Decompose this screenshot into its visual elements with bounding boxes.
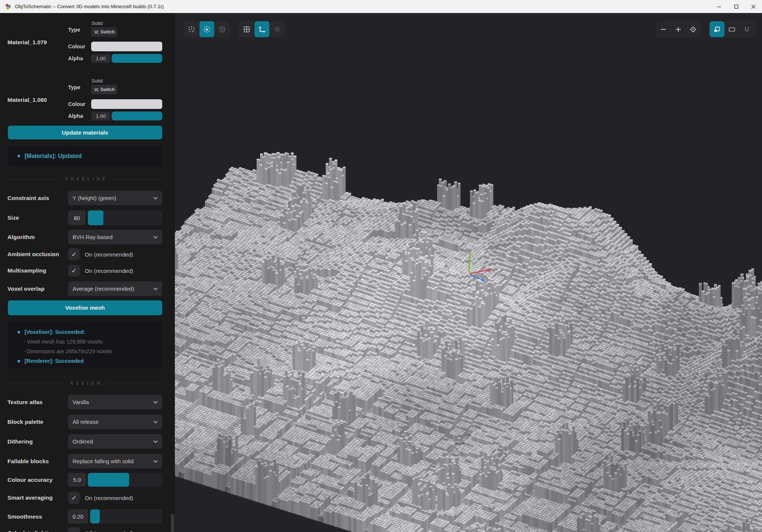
algorithm-label: Algorithm bbox=[7, 234, 35, 241]
toggle-grid-button[interactable] bbox=[239, 21, 254, 37]
texture-atlas-select[interactable]: Vanilla bbox=[68, 395, 162, 409]
calculate-lighting-label: Calculate lighting bbox=[7, 530, 55, 532]
block-palette-value: All release bbox=[73, 419, 99, 425]
multisampling-value: On (recommended) bbox=[85, 268, 133, 274]
smart-averaging-value: On (recommended) bbox=[85, 495, 133, 501]
checkmark-icon: ✓ bbox=[71, 267, 77, 275]
material-alpha-value[interactable]: 1.00 bbox=[91, 54, 111, 63]
smart-averaging-checkbox[interactable]: ✓ bbox=[68, 492, 80, 504]
smoothness-label: Smoothness bbox=[7, 513, 42, 520]
chevron-down-icon bbox=[153, 195, 157, 199]
material-colour-swatch[interactable] bbox=[91, 42, 162, 51]
material-type-label: Type bbox=[68, 27, 80, 33]
shuffle-icon bbox=[94, 30, 99, 34]
section-title: ASSIGN bbox=[70, 381, 103, 386]
ambient-occlusion-checkbox[interactable]: ✓ bbox=[68, 248, 80, 260]
view-block-mesh-button[interactable] bbox=[215, 21, 230, 37]
fallable-blocks-select[interactable]: Replace falling with solid bbox=[68, 454, 162, 468]
fallable-blocks-label: Fallable blocks bbox=[7, 458, 49, 465]
voxel-overlap-value: Average (recommended) bbox=[73, 286, 134, 292]
perspective-camera-icon bbox=[713, 26, 721, 33]
maximize-button[interactable] bbox=[728, 0, 745, 13]
zoom-out-button[interactable] bbox=[656, 21, 671, 37]
zoom-in-plus-icon bbox=[675, 26, 682, 33]
calculate-lighting-value: Off (recommended) bbox=[85, 530, 133, 532]
material-alpha-value[interactable]: 1.00 bbox=[91, 112, 111, 120]
sidebar-scrollbar-thumb[interactable] bbox=[171, 514, 174, 532]
view-mesh-button[interactable] bbox=[184, 21, 199, 37]
camera-toolbar-group bbox=[710, 21, 756, 37]
voxeliser-status-box: [Voxeliser]: Succeeded: - Voxel mesh has… bbox=[8, 321, 162, 369]
toggle-night-vision-button[interactable] bbox=[270, 21, 285, 37]
texture-atlas-label: Texture atlas bbox=[7, 399, 42, 406]
colour-accuracy-label: Colour accuracy bbox=[7, 477, 52, 483]
materials-status-text: [Materials]: Updated bbox=[25, 153, 82, 159]
smoothness-slider[interactable] bbox=[90, 509, 162, 523]
orthographic-camera-button[interactable] bbox=[724, 21, 739, 37]
viewport-3d[interactable] bbox=[175, 13, 762, 532]
grid-icon bbox=[243, 26, 250, 33]
calculate-lighting-checkbox[interactable] bbox=[68, 527, 80, 532]
material-colour-swatch[interactable] bbox=[91, 99, 162, 109]
voxel-overlap-select[interactable]: Average (recommended) bbox=[68, 281, 162, 296]
voxel-count-text: - Voxel mesh has 129,856 voxels bbox=[8, 337, 162, 346]
checkmark-icon: ✓ bbox=[71, 494, 77, 502]
material-type-value: Solid bbox=[92, 78, 103, 84]
renderer-status-title: [Renderer]: Succeeded bbox=[25, 358, 84, 364]
orthographic-camera-icon bbox=[728, 26, 736, 33]
material-name: Material_1.080 bbox=[7, 97, 47, 103]
status-bullet-icon bbox=[17, 155, 20, 157]
update-materials-button[interactable]: Update materials bbox=[8, 126, 162, 139]
material-alpha-slider[interactable] bbox=[112, 54, 162, 63]
axes-icon bbox=[258, 26, 266, 33]
multisampling-checkbox[interactable]: ✓ bbox=[68, 265, 80, 277]
constraint-axis-select[interactable]: Y (height) (green) bbox=[68, 191, 162, 205]
chevron-down-icon bbox=[153, 458, 157, 462]
shuffle-icon bbox=[94, 88, 99, 92]
colour-accuracy-slider[interactable] bbox=[88, 473, 162, 487]
colour-accuracy-value[interactable]: 5.0 bbox=[68, 473, 86, 487]
material-type-switch-button[interactable]: Switch bbox=[91, 85, 117, 94]
smoothness-value[interactable]: 0.20 bbox=[68, 509, 88, 523]
voxelise-section-divider: VOXELISE bbox=[8, 176, 162, 181]
perspective-camera-button[interactable] bbox=[710, 21, 724, 37]
reset-camera-button[interactable] bbox=[686, 21, 701, 37]
block-mesh-cube-icon bbox=[218, 26, 226, 33]
night-vision-sun-icon bbox=[273, 26, 281, 33]
voxelise-mesh-button[interactable]: Voxelise mesh bbox=[8, 300, 162, 315]
dithering-value: Ordered bbox=[73, 438, 93, 445]
zoom-toolbar-group bbox=[656, 21, 701, 37]
block-palette-select[interactable]: All release bbox=[68, 415, 162, 429]
dithering-label: Dithering bbox=[7, 438, 33, 445]
switch-label: Switch bbox=[100, 87, 115, 92]
voxel-dimensions-text: - Dimensions are 265x79x229 voxels bbox=[8, 346, 162, 356]
voxeliser-status-title: [Voxeliser]: Succeeded: bbox=[25, 329, 85, 335]
algorithm-value: BVH Ray-based bbox=[73, 234, 113, 240]
material-colour-label: Colour bbox=[68, 101, 86, 107]
material-name: Material_1.079 bbox=[7, 39, 47, 46]
size-value[interactable]: 80 bbox=[68, 210, 86, 225]
material-type-switch-button[interactable]: Switch bbox=[91, 27, 117, 37]
materials-status-box: [Materials]: Updated bbox=[8, 146, 162, 166]
view-voxel-mesh-button[interactable] bbox=[199, 21, 214, 37]
reset-camera-target-icon bbox=[689, 26, 697, 33]
voxel-mesh-icon bbox=[203, 25, 211, 33]
algorithm-select[interactable]: BVH Ray-based bbox=[68, 230, 162, 244]
angle-snap-button[interactable] bbox=[739, 21, 754, 37]
material-alpha-slider[interactable] bbox=[112, 112, 162, 120]
angle-snap-magnet-icon bbox=[743, 26, 750, 33]
window-title: ObjToSchematic – Convert 3D models into … bbox=[15, 4, 164, 9]
toggle-axes-button[interactable] bbox=[254, 21, 269, 37]
mesh-points-icon bbox=[188, 26, 195, 33]
close-button[interactable] bbox=[745, 0, 762, 13]
app-logo-icon bbox=[5, 3, 12, 10]
assign-section-divider: ASSIGN bbox=[8, 381, 162, 386]
zoom-in-button[interactable] bbox=[671, 21, 686, 37]
constraint-axis-value: Y (height) (green) bbox=[73, 195, 116, 201]
chevron-down-icon bbox=[153, 439, 157, 443]
status-bullet-icon bbox=[17, 360, 20, 362]
texture-atlas-value: Vanilla bbox=[73, 399, 89, 405]
size-slider[interactable] bbox=[88, 210, 162, 225]
dithering-select[interactable]: Ordered bbox=[68, 434, 162, 449]
minimize-button[interactable] bbox=[711, 0, 728, 13]
